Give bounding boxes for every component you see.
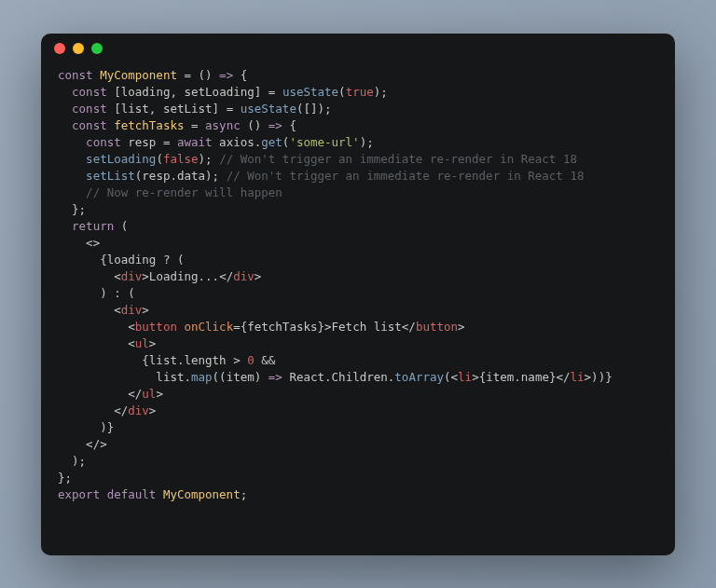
code-token: setLoading — [185, 85, 255, 99]
code-token: get — [261, 135, 282, 149]
code-token: list — [149, 353, 177, 367]
code-token — [58, 437, 86, 451]
code-token: < — [128, 336, 135, 350]
minimize-icon[interactable] — [73, 43, 84, 54]
code-token: [ — [114, 102, 121, 116]
code-token: }</ — [549, 370, 571, 384]
code-token: useState — [241, 102, 296, 116]
code-token — [58, 403, 114, 417]
code-line: {list.length > 0 && — [58, 352, 658, 369]
code-token: </ — [402, 320, 416, 334]
code-token: list — [121, 102, 149, 116]
code-token: (( — [213, 370, 227, 384]
code-token: const — [72, 85, 114, 99]
code-token: () — [247, 118, 268, 132]
code-token: ] = — [255, 85, 282, 99]
code-token: 0 — [247, 353, 255, 367]
code-token: }> — [318, 320, 332, 334]
code-token: Fetch list — [332, 320, 402, 334]
code-token — [58, 85, 72, 99]
code-window: const MyComponent = () => { const [loadi… — [41, 34, 675, 555]
code-line: }; — [58, 470, 658, 486]
code-token: export default — [58, 487, 163, 501]
code-token: ) : ( — [100, 286, 135, 300]
code-token: name — [521, 370, 549, 384]
code-token: }; — [58, 471, 72, 485]
code-token: fetchTasks — [247, 320, 317, 334]
code-token: const — [72, 118, 114, 132]
code-token: loading — [121, 85, 171, 99]
code-token: , — [170, 85, 184, 99]
code-token: . — [170, 169, 177, 183]
code-token: ( — [177, 253, 185, 267]
close-icon[interactable] — [54, 43, 65, 54]
code-token: item — [227, 370, 255, 384]
code-token — [58, 185, 86, 199]
code-line: setLoading(false); // Won't trigger an i… — [58, 151, 658, 168]
code-token: React — [289, 370, 324, 384]
code-token: fetchTasks — [114, 118, 184, 132]
code-token — [58, 236, 86, 250]
code-token: li — [458, 370, 472, 384]
code-line: // Now re-render will happen — [58, 185, 658, 201]
code-token — [58, 370, 156, 384]
code-token: > — [227, 353, 248, 367]
code-token: . — [514, 370, 521, 384]
code-token: data — [177, 169, 205, 183]
code-token: div — [121, 269, 143, 283]
code-token: const — [86, 135, 128, 149]
code-token: ); — [199, 152, 220, 166]
code-token: item — [486, 370, 514, 384]
code-token: list — [156, 370, 184, 384]
code-token: </ — [219, 269, 233, 283]
code-token: = — [156, 135, 177, 149]
code-token: < — [128, 320, 135, 334]
code-token: ); — [72, 454, 86, 468]
code-token: ={ — [233, 320, 247, 334]
code-token: ( — [114, 219, 128, 233]
code-token: const — [58, 68, 100, 82]
code-token — [58, 303, 114, 317]
code-line: const [loading, setLoading] = useState(t… — [58, 84, 658, 101]
code-token: resp — [128, 135, 156, 149]
code-token: > — [142, 269, 149, 283]
code-token: // Won't trigger an immediate re-render … — [219, 152, 577, 166]
code-line: </> — [58, 436, 658, 453]
code-token: MyComponent — [100, 68, 177, 82]
code-token: Loading... — [149, 269, 219, 283]
code-token: Children — [332, 370, 388, 384]
code-token: div — [233, 269, 255, 283]
code-token: onClick — [184, 320, 233, 334]
code-token — [58, 102, 72, 116]
code-token: => — [268, 370, 282, 384]
code-line: <> — [58, 235, 658, 252]
code-line: }; — [58, 201, 658, 218]
code-token: map — [191, 370, 213, 384]
code-token: true — [346, 85, 374, 99]
code-token: <> — [86, 236, 100, 250]
code-token — [58, 152, 86, 166]
code-token: await — [177, 135, 219, 149]
code-token: ); — [374, 85, 388, 99]
code-token — [58, 269, 114, 283]
code-token — [58, 219, 72, 233]
code-token: ? — [156, 253, 177, 267]
code-token: li — [571, 370, 585, 384]
code-token — [58, 336, 128, 350]
code-line: <div>Loading...</div> — [58, 268, 658, 285]
code-token: return — [72, 219, 114, 233]
code-token: ul — [135, 336, 149, 350]
maximize-icon[interactable] — [91, 43, 103, 54]
code-token: }; — [72, 202, 86, 216]
code-token: < — [114, 269, 121, 283]
code-token: ul — [142, 387, 156, 401]
code-token — [58, 118, 72, 132]
code-token — [58, 286, 100, 300]
code-token: { — [282, 118, 296, 132]
code-token: MyComponent — [163, 487, 241, 501]
code-line: setList(resp.data); // Won't trigger an … — [58, 168, 658, 185]
code-token: ([]); — [296, 102, 332, 116]
code-token — [58, 420, 100, 434]
code-token: setLoading — [86, 152, 156, 166]
code-token: { — [233, 68, 247, 82]
